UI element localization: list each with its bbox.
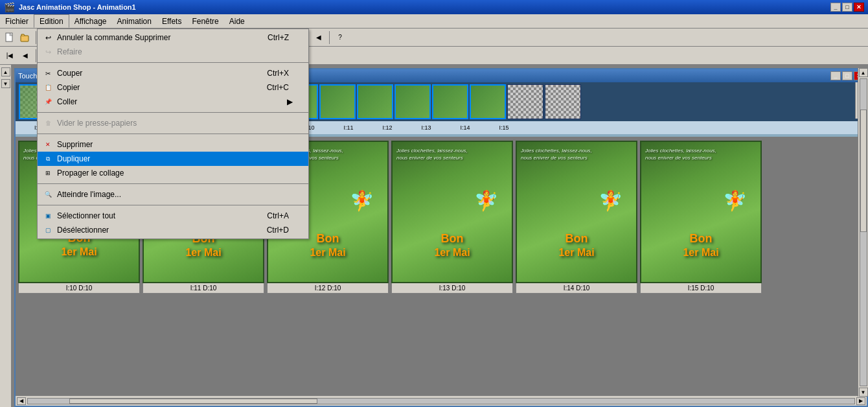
frame-12-fairy: 🧚 [348,191,374,243]
prev2-btn[interactable]: ◀ [18,49,32,63]
dropdown-section-3: 🗑 Vider le presse-papiers [38,115,308,132]
frame-12-bon-mai: Bon1er Mai [310,232,345,259]
frame-label-15: I:15 [485,124,523,131]
menu-select-all[interactable]: ▣ Sélectionner tout Ctrl+A [38,209,308,223]
v-scroll-up[interactable]: ▲ [859,68,868,77]
menu-fichier[interactable]: Fichier [0,14,34,28]
coller-label: Coller [57,97,77,106]
scroll-up-btn[interactable]: ▲ [1,67,10,76]
frame-13-text: Jolies clochettes, laissez-nous,nous eni… [396,147,508,161]
dropdown-section-5: 🔍 Atteindre l'image... [38,186,308,203]
film-thumb-12[interactable] [357,84,393,119]
frame-13-fairy: 🧚 [473,191,499,243]
propager-icon: ⊞ [43,168,53,178]
frame-14[interactable]: Jolies clochettes, laissez-nous,nous eni… [516,141,637,283]
v-scrollbar[interactable]: ▲ ▼ [858,68,868,397]
v-scroll-track[interactable] [860,78,867,386]
open-btn[interactable] [18,30,32,45]
close-btn[interactable]: ✕ [854,3,864,12]
maximize-btn[interactable]: □ [842,3,852,12]
menu-refaire: ↪ Refaire [38,45,308,59]
menu-effets[interactable]: Effets [157,14,187,28]
frame-10-label: I:10 D:10 [18,283,140,294]
menu-copier[interactable]: 📋 Copier Ctrl+C [38,80,308,95]
dropdown-section-2: ✂ Couper Ctrl+X 📋 Copier Ctrl+C 📌 Coller… [38,65,308,110]
app-title: Jasc Animation Shop - Animation1 [19,3,136,11]
supprimer-label: Supprimer [57,140,93,149]
menu-coller[interactable]: 📌 Coller ▶ [38,95,308,109]
refaire-label: Refaire [57,47,82,56]
frame-14-fairy: 🧚 [597,191,623,243]
prev-frame2-btn[interactable]: |◀ [3,49,17,63]
film-thumb-14[interactable] [432,84,468,119]
copier-icon: 📋 [43,82,53,93]
menu-animation[interactable]: Animation [112,14,157,28]
film-thumb-11[interactable] [319,84,356,119]
prev-btn[interactable]: ◀ [312,30,326,45]
menu-aide[interactable]: Aide [224,14,250,28]
menu-couper[interactable]: ✂ Couper Ctrl+X [38,66,308,80]
h-scroll-thumb[interactable] [69,399,317,404]
menu-supprimer[interactable]: ✕ Supprimer [38,137,308,152]
frame-11-label: I:11 D:10 [143,283,264,294]
h-scroll-right[interactable]: ▶ [856,397,865,405]
frame-label-11: I:11 [329,124,368,131]
frame-15[interactable]: Jolies clochettes, laissez-nous,nous eni… [640,141,762,283]
frame-14-label: I:14 D:10 [516,283,637,294]
atteindre-icon: 🔍 [43,189,53,200]
menu-edition[interactable]: Edition [34,14,69,28]
menu-vider: 🗑 Vider le presse-papiers [38,116,308,130]
select-all-shortcut: Ctrl+A [267,211,295,220]
menu-bar: Fichier Edition Affichage Animation Effe… [0,14,868,29]
couper-icon: ✂ [43,68,53,78]
dropdown-section-4: ✕ Supprimer ⧉ Dupliquer ⊞ Propager le co… [38,136,308,181]
h-scroll-track[interactable] [27,398,855,404]
film-thumb-15[interactable] [470,84,506,119]
frame-13[interactable]: Jolies clochettes, laissez-nous,nous eni… [391,141,513,283]
menu-annuler[interactable]: ↩ Annuler la commande Supprimer Ctrl+Z [38,30,308,45]
h-scroll-left[interactable]: ◀ [17,397,26,405]
frame-14-bon-mai: Bon1er Mai [558,232,594,259]
v-scroll-thumb[interactable] [860,110,867,232]
v-scroll-down[interactable]: ▼ [859,388,868,397]
sep-3 [38,134,308,134]
sep-1 [38,62,308,63]
sep-4 [38,183,308,184]
frame-14-container: Jolies clochettes, laissez-nous,nous eni… [516,141,637,402]
svg-rect-0 [6,33,12,41]
menu-deselect[interactable]: ▢ Désélectionner Ctrl+D [38,223,308,237]
frame-15-label: I:15 D:10 [640,283,762,294]
help-btn[interactable]: ? [333,30,347,45]
separator-6 [329,31,330,44]
inner-maximize-btn[interactable]: □ [842,71,852,80]
dropdown-section-6: ▣ Sélectionner tout Ctrl+A ▢ Désélection… [38,207,308,238]
propager-label: Propager le collage [57,169,124,178]
h-scrollbar[interactable]: ◀ ▶ [16,395,867,406]
dupliquer-icon: ⧉ [43,154,53,164]
menu-atteindre[interactable]: 🔍 Atteindre l'image... [38,187,308,202]
select-all-icon: ▣ [43,211,53,221]
copier-shortcut: Ctrl+C [267,83,295,92]
frame-15-container: Jolies clochettes, laissez-nous,nous eni… [640,141,762,402]
menu-affichage[interactable]: Affichage [69,14,112,28]
menu-fenetre[interactable]: Fenêtre [187,14,223,28]
coller-icon: 📌 [43,97,53,107]
dropdown-section-1: ↩ Annuler la commande Supprimer Ctrl+Z ↪… [38,29,308,60]
vider-icon: 🗑 [43,118,53,128]
film-thumb-blank-1[interactable] [507,84,543,119]
inner-minimize-btn[interactable]: _ [830,71,841,80]
select-all-label: Sélectionner tout [57,211,115,220]
sep-5 [38,205,308,205]
title-bar: 🎬 Jasc Animation Shop - Animation1 _ □ ✕ [0,0,868,14]
film-thumb-blank-2[interactable] [545,84,581,119]
new-btn[interactable] [3,30,17,45]
menu-propager[interactable]: ⊞ Propager le collage [38,166,308,180]
film-thumb-13[interactable] [394,84,431,119]
vider-label: Vider le presse-papiers [57,119,137,128]
minimize-btn[interactable]: _ [830,3,841,12]
frame-15-text: Jolies clochettes, laissez-nous,nous eni… [645,147,757,161]
frame-13-container: Jolies clochettes, laissez-nous,nous eni… [391,141,513,402]
menu-dupliquer[interactable]: ⧉ Dupliquer [38,152,308,166]
scroll-down-btn[interactable]: ▼ [1,79,10,88]
svg-rect-2 [21,36,29,41]
